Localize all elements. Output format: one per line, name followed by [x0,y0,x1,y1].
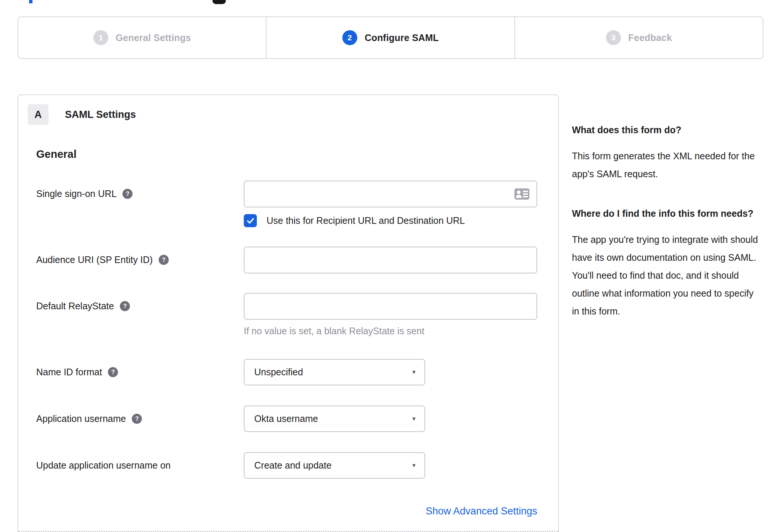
sidebar-body-what: This form generates the XML needed for t… [572,147,761,183]
field-control: Use this for Recipient URL and Destinati… [244,181,537,227]
saml-settings-panel: A SAML Settings General Single sign-on U… [18,94,559,532]
chevron-down-icon: ▾ [412,415,416,423]
form-row-single-sign-on-url: Single sign-on URL ? [18,181,558,227]
step-feedback[interactable]: 3 Feedback [514,17,763,58]
field-label-text: Default RelayState [36,300,114,312]
help-icon[interactable]: ? [120,301,130,311]
audience-uri-input[interactable] [244,247,537,273]
select-value: Create and update [254,460,332,471]
form-row-update-app-username: Update application username on Create an… [18,452,558,479]
sidebar-body-where: The app you're trying to integrate with … [572,231,761,320]
clipped-app-logo [212,0,226,4]
step-label: General Settings [116,32,191,43]
field-label: Single sign-on URL ? [36,181,244,227]
field-control: Unspecified ▾ [244,359,537,385]
panel-header: A SAML Settings [28,104,558,125]
panel-title: SAML Settings [65,109,136,121]
step-label: Configure SAML [365,32,439,43]
step-number-badge: 1 [93,30,108,45]
section-a-badge: A [28,104,49,125]
field-label: Update application username on [36,452,244,479]
relaystate-hint-text: If no value is set, a blank RelayState i… [244,326,537,337]
form-row-audience-uri: Audience URI (SP Entity ID) ? [18,247,558,273]
step-label: Feedback [628,32,672,43]
help-icon[interactable]: ? [122,189,133,199]
chevron-down-icon: ▾ [412,461,416,469]
field-label: Default RelayState ? [36,293,244,337]
sidebar-heading-where: Where do I find the info this form needs… [572,206,761,221]
step-configure-saml[interactable]: 2 Configure SAML [266,17,514,58]
help-icon[interactable]: ? [108,367,118,377]
field-control: Create and update ▾ [244,452,537,479]
application-username-select[interactable]: Okta username ▾ [244,406,425,432]
default-relaystate-input[interactable] [244,293,537,320]
recipient-url-checkbox-row[interactable]: Use this for Recipient URL and Destinati… [244,214,537,227]
select-value: Unspecified [254,367,303,378]
field-control [244,247,537,273]
field-label-text: Audience URI (SP Entity ID) [36,254,153,265]
field-control: If no value is set, a blank RelayState i… [244,293,537,337]
field-label: Name ID format ? [36,359,244,385]
clipped-tab-indicator [29,0,32,3]
checkbox-label: Use this for Recipient URL and Destinati… [267,215,465,226]
chevron-down-icon: ▾ [412,368,416,376]
general-section-heading: General [36,148,558,160]
saml-form: Single sign-on URL ? [18,181,558,517]
form-row-default-relaystate: Default RelayState ? If no value is set,… [18,293,558,337]
field-control: Okta username ▾ [244,406,537,432]
contact-card-icon[interactable] [514,188,530,200]
field-label-text: Single sign-on URL [36,188,116,199]
form-row-name-id-format: Name ID format ? Unspecified ▾ [18,359,558,385]
step-number-badge: 3 [606,30,621,45]
step-number-badge: 2 [342,30,357,45]
help-sidebar: What does this form do? This form genera… [572,122,761,343]
select-value: Okta username [254,413,318,424]
step-general-settings[interactable]: 1 General Settings [18,17,266,58]
show-advanced-settings-link[interactable]: Show Advanced Settings [426,506,537,517]
field-label-text: Application username [36,413,126,424]
name-id-format-select[interactable]: Unspecified ▾ [244,359,425,385]
single-sign-on-url-input[interactable] [244,181,537,207]
checkbox-checked-icon[interactable] [244,214,257,227]
form-row-application-username: Application username ? Okta username ▾ [18,406,558,432]
wizard-stepper: 1 General Settings 2 Configure SAML 3 Fe… [18,16,763,59]
help-icon[interactable]: ? [132,414,142,424]
field-label-text: Name ID format [36,366,102,378]
sidebar-heading-what: What does this form do? [572,122,761,137]
help-icon[interactable]: ? [159,255,169,265]
update-app-username-select[interactable]: Create and update ▾ [244,452,425,479]
advanced-settings-row: Show Advanced Settings [18,506,537,517]
field-label-text: Update application username on [36,460,171,471]
field-label: Application username ? [36,406,244,432]
field-label: Audience URI (SP Entity ID) ? [36,247,244,273]
